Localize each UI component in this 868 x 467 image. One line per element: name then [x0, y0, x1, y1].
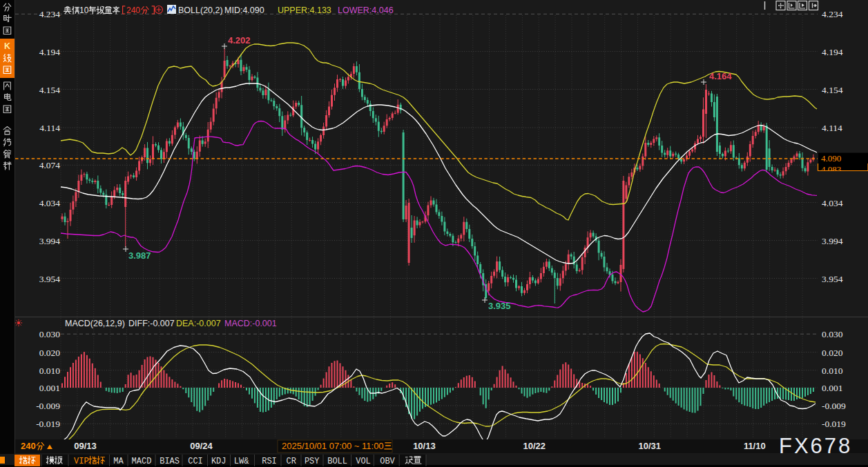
svg-text:K: K — [4, 41, 10, 51]
svg-text:4.034: 4.034 — [822, 198, 843, 208]
svg-text:MID:4.090: MID:4.090 — [224, 6, 264, 15]
svg-text:3.987: 3.987 — [128, 250, 151, 261]
svg-text:CR: CR — [286, 457, 296, 466]
svg-text:DEA:-0.007: DEA:-0.007 — [176, 319, 221, 328]
svg-text:RSI: RSI — [262, 457, 277, 466]
svg-text:10/22: 10/22 — [523, 441, 546, 451]
svg-text:4.114: 4.114 — [822, 123, 842, 133]
svg-text:-0.009: -0.009 — [822, 401, 846, 411]
svg-text:4.154: 4.154 — [822, 85, 843, 95]
svg-text:UPPER:4.133: UPPER:4.133 — [278, 6, 331, 15]
svg-text:LW&: LW& — [234, 457, 249, 466]
svg-text:3.935: 3.935 — [488, 301, 511, 311]
svg-text:PSY: PSY — [305, 457, 320, 466]
svg-text:4.034: 4.034 — [39, 198, 61, 208]
svg-text:0.020: 0.020 — [822, 348, 843, 358]
svg-text:OBV: OBV — [380, 457, 395, 466]
svg-text:4.234: 4.234 — [39, 9, 61, 19]
svg-text:VIP: VIP — [74, 457, 89, 466]
svg-text:4.194: 4.194 — [822, 47, 843, 57]
svg-text:4.202: 4.202 — [228, 35, 251, 46]
svg-text:0.001: 0.001 — [39, 383, 60, 393]
svg-text:4.234: 4.234 — [822, 9, 843, 19]
svg-text:0.001: 0.001 — [822, 383, 842, 393]
svg-text:3.954: 3.954 — [39, 274, 61, 284]
svg-text:0.010: 0.010 — [39, 366, 61, 376]
svg-text:4.090: 4.090 — [821, 153, 841, 163]
svg-text:240: 240 — [126, 6, 140, 15]
svg-text:4.114: 4.114 — [39, 123, 60, 133]
svg-text:10/13: 10/13 — [413, 441, 436, 451]
svg-text:4.164: 4.164 — [709, 71, 732, 81]
svg-text:10/31: 10/31 — [639, 441, 662, 451]
svg-text:3.994: 3.994 — [39, 236, 61, 246]
svg-text:4.074: 4.074 — [39, 160, 61, 170]
svg-text:-0.019: -0.019 — [36, 419, 60, 429]
svg-text:MACD:-0.001: MACD:-0.001 — [224, 319, 277, 328]
svg-text:BIAS: BIAS — [160, 457, 180, 466]
svg-text:BOLL: BOLL — [327, 457, 347, 466]
svg-text:0.030: 0.030 — [39, 329, 61, 339]
svg-text:DIFF:-0.007: DIFF:-0.007 — [128, 319, 175, 328]
svg-text:0.030: 0.030 — [822, 329, 843, 339]
svg-text:11/10: 11/10 — [744, 441, 766, 451]
svg-text:VOL: VOL — [356, 457, 371, 466]
svg-text:240: 240 — [21, 441, 36, 451]
svg-text:KDJ: KDJ — [211, 457, 226, 466]
svg-text:4.194: 4.194 — [39, 47, 61, 57]
svg-text:09/24: 09/24 — [190, 441, 213, 451]
svg-text:3.994: 3.994 — [822, 236, 843, 246]
svg-text:2025/10/01 07:00 ~ 11:00: 2025/10/01 07:00 ~ 11:00 — [282, 441, 384, 451]
svg-text:MACD: MACD — [132, 457, 152, 466]
svg-text:4.154: 4.154 — [39, 85, 61, 95]
svg-text:-0.019: -0.019 — [822, 419, 846, 429]
svg-text:09/13: 09/13 — [74, 441, 97, 451]
svg-text:MACD(26,12,9): MACD(26,12,9) — [65, 319, 125, 328]
svg-text:-0.009: -0.009 — [36, 401, 60, 411]
svg-text:MA: MA — [113, 457, 124, 466]
svg-text:LOWER:4.046: LOWER:4.046 — [338, 6, 394, 15]
svg-text:3.954: 3.954 — [822, 274, 843, 284]
svg-text:0.010: 0.010 — [822, 366, 843, 376]
svg-text:CCI: CCI — [188, 457, 203, 466]
svg-text:BOLL(20,2): BOLL(20,2) — [178, 6, 223, 15]
svg-text:0.020: 0.020 — [39, 348, 61, 358]
svg-text:10: 10 — [79, 6, 89, 15]
